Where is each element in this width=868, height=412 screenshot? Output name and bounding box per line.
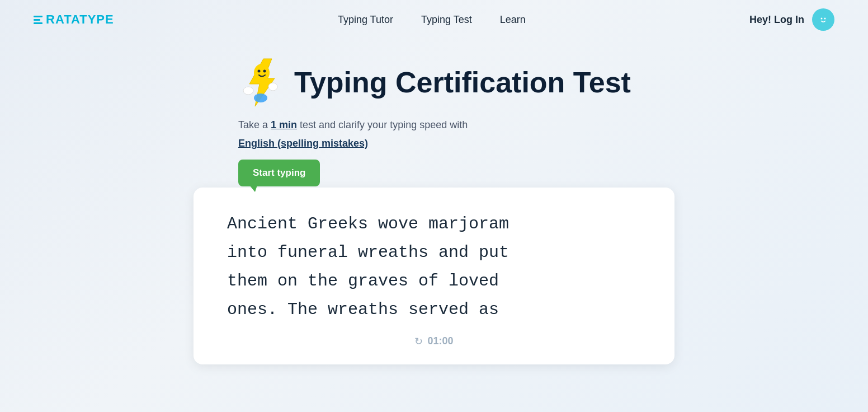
logo-bar-2 [34,19,40,21]
logo[interactable]: RATATYPE [34,12,114,27]
title-row: Typing Certification Test [238,56,631,109]
main-header: RATATYPE Typing Tutor Typing Test Learn … [0,0,868,39]
nav-typing-test[interactable]: Typing Test [421,14,472,26]
typing-text: Ancient Greeks wove marjoram into funera… [227,210,641,324]
typing-card[interactable]: Ancient Greeks wove marjoram into funera… [194,188,674,364]
svg-point-7 [258,70,261,73]
login-button[interactable]: Hey! Log In [749,14,804,26]
svg-point-0 [818,14,829,25]
page-title: Typing Certification Test [294,67,631,99]
main-nav: Typing Tutor Typing Test Learn [338,14,526,26]
svg-point-9 [254,93,267,102]
logo-bar-1 [34,16,43,17]
svg-point-1 [820,18,822,20]
logo-icon [34,16,43,24]
smiley-icon [817,13,830,26]
svg-point-4 [243,87,253,95]
timer-row: ↻ 01:00 [227,335,641,348]
svg-point-6 [254,64,270,82]
header-right: Hey! Log In [749,8,834,31]
subtitle-after: test and clarify your typing speed with [297,119,468,130]
logo-bars [34,16,43,24]
timer-icon: ↻ [414,335,423,348]
start-typing-button[interactable]: Start typing [238,160,320,186]
hero-subtitle: Take a 1 min test and clarify your typin… [238,117,468,133]
logo-bar-3 [34,22,43,24]
svg-point-2 [824,18,825,20]
nav-learn[interactable]: Learn [500,14,526,26]
timer-value: 01:00 [427,335,453,347]
avatar-icon[interactable] [812,8,834,31]
nav-typing-tutor[interactable]: Typing Tutor [338,14,393,26]
subtitle-duration: 1 min [271,119,297,130]
subtitle-before: Take a [238,119,271,130]
mascot-lightning [238,56,283,109]
logo-text: RATATYPE [46,12,114,27]
start-button-container: Start typing [238,160,320,186]
hero-section: Typing Certification Test Take a 1 min t… [238,56,686,176]
main-content: Typing Certification Test Take a 1 min t… [0,39,868,364]
svg-point-5 [268,83,277,91]
language-link[interactable]: English (spelling mistakes) [238,138,368,149]
svg-point-8 [263,70,266,73]
